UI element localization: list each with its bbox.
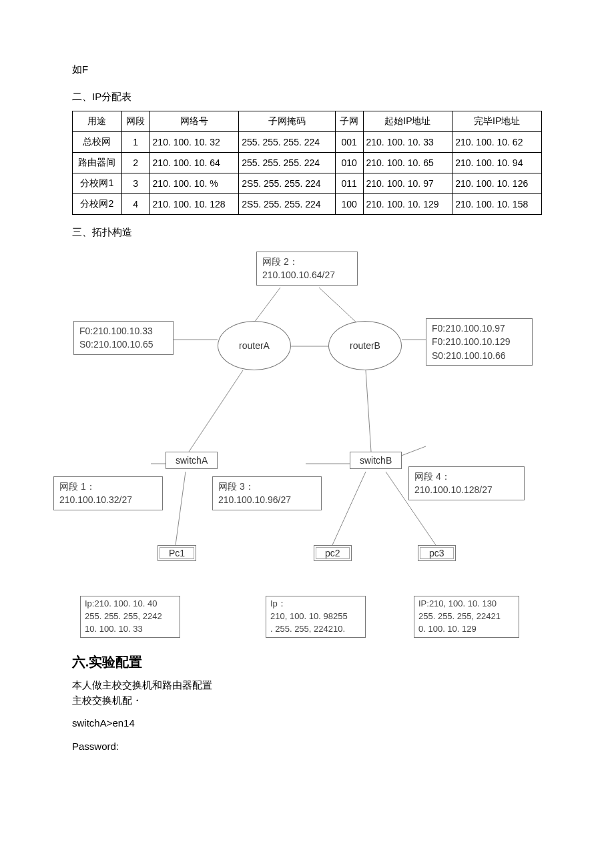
th-netmask: 子网掩码 [239,111,335,132]
pc2-l3: . 255. 255, 224210. [270,623,361,636]
segment-1-box: 网段 1： 210.100.10.32/27 [53,476,163,510]
cell: 2S5. 255. 255. 224 [239,194,335,215]
pc3-node: pc3 [418,545,456,561]
svg-line-5 [189,370,243,452]
ip-allocation-table: 用途 网段 网络号 子网掩码 子网 起始IP地址 完毕IP地址 总校网 1 21… [72,111,542,215]
cell: 路由器间 [73,153,122,173]
segment-2-box: 网段 2： 210.100.10.64/27 [256,252,358,286]
cell: 2S5. 255. 255. 224 [239,173,335,194]
table-row: 分校网1 3 210. 100. 10. % 2S5. 255. 255. 22… [73,173,542,194]
pc1-node: Pc1 [158,545,196,561]
cell: 210. 100. 10. 94 [452,153,542,173]
cfg-cmd-1: switchA>en14 [72,717,542,729]
svg-line-11 [332,472,366,545]
rb-l1: F0:210.100.10.97 [432,322,527,335]
ra-l1: F0:210.100.10.33 [79,324,168,338]
intro-line: 如F [72,60,542,78]
routerA-label: routerA [239,340,270,351]
switchA-label: switchA [176,455,208,466]
switchB-node: switchB [350,452,402,469]
cell: 分校网2 [73,194,122,215]
seg1-l1: 网段 1： [59,480,157,493]
pc2-info-box: Ip： 210, 100. 10. 98255 . 255. 255, 2242… [266,596,366,638]
seg4-l2: 210.100.10.128/27 [414,483,519,496]
topology-diagram: 网段 2： 210.100.10.64/27 F0:210.100.10.33 … [72,246,542,652]
pc1-l1: Ip:210. 100. 10. 40 [85,598,176,610]
cell: 4 [121,194,149,215]
seg2-l2: 210.100.10.64/27 [262,268,352,282]
cell: 210. 100. 10. 64 [149,153,239,173]
switchB-label: switchB [360,455,392,466]
th-network: 网络号 [149,111,239,132]
svg-line-6 [366,370,371,452]
cell: 255. 255. 255. 224 [239,132,335,153]
pc1-l2: 255. 255. 255, 2242 [85,610,176,623]
svg-line-0 [252,288,280,325]
cell: 210. 100. 10. 158 [452,194,542,215]
cell: 总校网 [73,132,122,153]
th-usage: 用途 [73,111,122,132]
pc3-label: pc3 [429,548,444,558]
cell: 210. 100. 10. % [149,173,239,194]
svg-line-10 [176,472,186,545]
table-row: 分校网2 4 210. 100. 10. 128 2S5. 255. 255. … [73,194,542,215]
pc2-node: pc2 [314,545,352,561]
cell: 210. 100. 10. 33 [363,132,452,153]
cell: 001 [335,132,363,153]
section-3-title: 三、拓扑构造 [72,223,542,241]
routerA-info-box: F0:210.100.10.33 S0:210.100.10.65 [73,321,174,355]
pc3-l1: IP:210, 100. 10. 130 [418,598,515,610]
cell: 1 [121,132,149,153]
cell: 210. 100. 10. 32 [149,132,239,153]
ra-l2: S0:210.100.10.65 [79,338,168,351]
cell: 210. 100. 10. 128 [149,194,239,215]
rb-l3: S0:210.100.10.66 [432,349,527,362]
segment-3-box: 网段 3： 210.100.10.96/27 [212,476,322,510]
seg3-l1: 网段 3： [218,480,316,493]
routerB-label: routerB [350,340,380,351]
cell: 2 [121,153,149,173]
routerB-node: routerB [328,321,402,370]
table-row: 路由器间 2 210. 100. 10. 64 255. 255. 255. 2… [73,153,542,173]
th-subnet: 子网 [335,111,363,132]
seg2-l1: 网段 2： [262,255,352,268]
topology-wires [72,246,542,652]
cell: 010 [335,153,363,173]
pc1-info-box: Ip:210. 100. 10. 40 255. 255. 255, 2242 … [80,596,180,638]
cfg-cmd-2: Password: [72,741,542,752]
seg1-l2: 210.100.10.32/27 [59,493,157,506]
cell: 分校网1 [73,173,122,194]
table-header-row: 用途 网段 网络号 子网掩码 子网 起始IP地址 完毕IP地址 [73,111,542,132]
svg-line-1 [319,288,359,325]
routerA-node: routerA [218,321,291,370]
th-segment: 网段 [121,111,149,132]
cfg-line-2: 主校交换机配・ [72,693,542,709]
cell: 011 [335,173,363,194]
pc1-label: Pc1 [169,548,185,558]
rb-l2: F0:210.100.10.129 [432,335,527,348]
pc3-info-box: IP:210, 100. 10. 130 255. 255. 255, 2242… [414,596,519,638]
pc3-l3: 0. 100. 10. 129 [418,623,515,636]
th-start-ip: 起始IP地址 [363,111,452,132]
section-6-title: 六.实验配置 [72,653,542,671]
pc2-label: pc2 [325,548,340,558]
table-row: 总校网 1 210. 100. 10. 32 255. 255. 255. 22… [73,132,542,153]
switchA-node: switchA [166,452,218,469]
cell: 210. 100. 10. 62 [452,132,542,153]
cell: 3 [121,173,149,194]
cell: 210. 100. 10. 97 [363,173,452,194]
pc3-l2: 255. 255. 255, 22421 [418,610,515,623]
segment-4-box: 网段 4： 210.100.10.128/27 [408,466,525,500]
cell: 210. 100. 10. 129 [363,194,452,215]
cell: 100 [335,194,363,215]
pc2-l2: 210, 100. 10. 98255 [270,610,361,623]
cell: 255. 255. 255. 224 [239,153,335,173]
section-2-title: 二、IP分配表 [72,87,542,105]
pc1-l3: 10. 100. 10. 33 [85,623,176,636]
svg-line-9 [398,446,426,457]
th-end-ip: 完毕IP地址 [452,111,542,132]
cell: 210. 100. 10. 65 [363,153,452,173]
cell: 210. 100. 10. 126 [452,173,542,194]
routerB-info-box: F0:210.100.10.97 F0:210.100.10.129 S0:21… [426,318,533,366]
seg4-l1: 网段 4： [414,470,519,483]
